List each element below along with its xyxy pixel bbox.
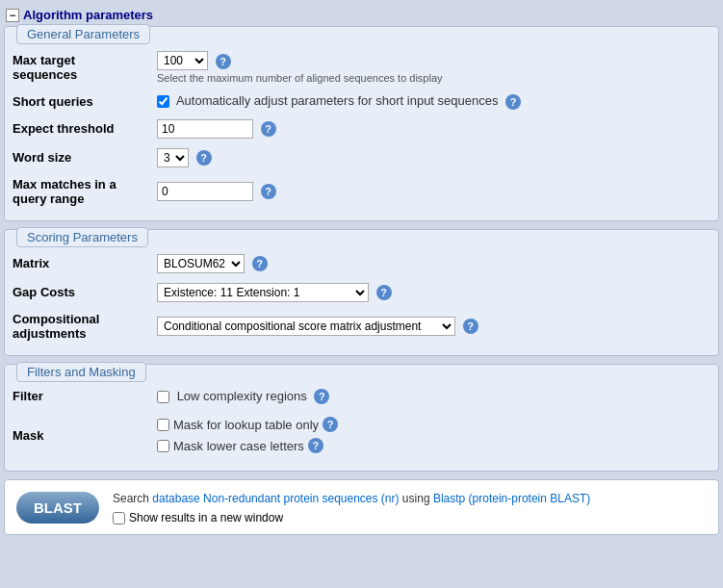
short-queries-checkbox[interactable] [157, 95, 169, 108]
blast-database-link[interactable]: database Non-redundant protein sequences… [152, 492, 399, 505]
mask-lowercase-text: Mask lower case letters [173, 439, 304, 453]
mask-lookup-row: Mask for lookup table only ? [157, 414, 710, 435]
word-size-select[interactable]: 2 3 5 6 [157, 148, 189, 167]
collapse-icon[interactable]: − [6, 9, 19, 22]
short-queries-label: Short queries [5, 89, 149, 115]
filter-checkbox-text: Low complexity regions [177, 389, 307, 403]
max-matches-help-icon[interactable]: ? [261, 184, 276, 199]
mask-row: Mask Mask for lookup table only ? Mask l… [5, 409, 718, 461]
show-results-label: Show results in a new window [129, 511, 283, 524]
general-parameters-section: General Parameters Max target sequences … [4, 26, 719, 221]
show-results-checkbox[interactable] [113, 512, 125, 524]
max-target-row: Max target sequences 10 50 100 250 500 1… [5, 46, 718, 89]
word-size-value: 2 3 5 6 ? [149, 143, 718, 172]
blast-bar: BLAST Search database Non-redundant prot… [4, 479, 719, 535]
short-queries-row: Short queries Automatically adjust param… [5, 89, 718, 115]
max-target-help-icon[interactable]: ? [216, 54, 231, 69]
comp-adj-help-icon[interactable]: ? [463, 319, 478, 334]
filters-params-table: Filter Low complexity regions ? Mask [5, 384, 718, 462]
mask-lookup-text: Mask for lookup table only [173, 418, 319, 432]
filters-masking-title: Filters and Masking [16, 362, 146, 382]
scoring-params-table: Matrix PAM30 PAM70 BLOSUM80 BLOSUM62 BLO… [5, 249, 718, 345]
short-queries-value: Automatically adjust parameters for shor… [149, 89, 718, 115]
filter-checkbox-label: Low complexity regions [157, 389, 310, 403]
filter-help-icon[interactable]: ? [314, 389, 329, 404]
comp-adj-select[interactable]: No adjustment Composition-based statisti… [157, 317, 455, 336]
mask-lowercase-checkbox[interactable] [157, 440, 169, 452]
gap-costs-select[interactable]: Existence: 11 Extension: 1 Existence: 10… [157, 283, 369, 302]
filter-checkbox[interactable] [157, 391, 169, 403]
comp-adj-label: Compositional adjustments [5, 307, 149, 345]
scoring-parameters-section: Scoring Parameters Matrix PAM30 PAM70 BL… [4, 229, 719, 356]
matrix-value: PAM30 PAM70 BLOSUM80 BLOSUM62 BLOSUM45 ? [149, 249, 718, 278]
matrix-row: Matrix PAM30 PAM70 BLOSUM80 BLOSUM62 BLO… [5, 249, 718, 278]
mask-label: Mask [5, 409, 149, 461]
expect-threshold-label: Expect threshold [5, 115, 149, 143]
mask-value: Mask for lookup table only ? Mask lower … [149, 409, 718, 461]
max-matches-input[interactable] [157, 182, 253, 201]
matrix-label: Matrix [5, 249, 149, 278]
matrix-help-icon[interactable]: ? [252, 256, 268, 271]
show-results-row: Show results in a new window [113, 511, 590, 524]
blast-desc-text: Search database Non-redundant protein se… [113, 490, 590, 507]
general-params-table: Max target sequences 10 50 100 250 500 1… [5, 46, 718, 211]
gap-costs-label: Gap Costs [5, 278, 149, 307]
comp-adj-row: Compositional adjustments No adjustment … [5, 307, 718, 345]
algo-header[interactable]: − Algorithm parameters [4, 4, 719, 26]
matrix-select[interactable]: PAM30 PAM70 BLOSUM80 BLOSUM62 BLOSUM45 [157, 254, 245, 273]
mask-lookup-help-icon[interactable]: ? [323, 417, 338, 432]
mask-lowercase-help-icon[interactable]: ? [308, 438, 323, 453]
word-size-label: Word size [5, 143, 149, 172]
word-size-help-icon[interactable]: ? [196, 150, 212, 166]
max-matches-value: ? [149, 172, 718, 211]
word-size-row: Word size 2 3 5 6 ? [5, 143, 718, 172]
gap-costs-value: Existence: 11 Extension: 1 Existence: 10… [149, 278, 718, 307]
max-target-help-text: Select the maximum number of aligned seq… [157, 72, 710, 84]
blast-description: Search database Non-redundant protein se… [113, 490, 590, 524]
max-matches-row: Max matches in a query range ? [5, 172, 718, 211]
blast-desc-prefix: Search [113, 492, 152, 505]
blast-button[interactable]: BLAST [16, 492, 99, 524]
scoring-parameters-title: Scoring Parameters [16, 227, 148, 247]
expect-threshold-help-icon[interactable]: ? [261, 121, 276, 137]
filters-masking-section: Filters and Masking Filter Low complexit… [4, 364, 719, 473]
mask-lookup-checkbox[interactable] [157, 419, 169, 431]
comp-adj-value: No adjustment Composition-based statisti… [149, 307, 718, 345]
algo-header-label: Algorithm parameters [23, 8, 153, 22]
gap-costs-help-icon[interactable]: ? [376, 285, 392, 300]
blast-method-link[interactable]: Blastp (protein-protein BLAST) [433, 492, 590, 505]
blast-desc-middle: using [400, 492, 433, 505]
filter-row: Filter Low complexity regions ? [5, 384, 718, 410]
expect-threshold-row: Expect threshold ? [5, 115, 718, 143]
filter-value: Low complexity regions ? [149, 384, 718, 410]
expect-threshold-value: ? [149, 115, 718, 143]
max-matches-label: Max matches in a query range [5, 172, 149, 211]
max-target-select[interactable]: 10 50 100 250 500 1000 [157, 51, 208, 70]
filter-label: Filter [5, 384, 149, 410]
short-queries-checkbox-label: Automatically adjust parameters for shor… [157, 93, 502, 108]
mask-lowercase-row: Mask lower case letters ? [157, 435, 710, 456]
expect-threshold-input[interactable] [157, 119, 253, 139]
gap-costs-row: Gap Costs Existence: 11 Extension: 1 Exi… [5, 278, 718, 307]
general-parameters-title: General Parameters [16, 24, 150, 44]
max-target-label: Max target sequences [5, 46, 149, 89]
short-queries-checkbox-text: Automatically adjust parameters for shor… [176, 93, 499, 108]
max-target-value: 10 50 100 250 500 1000 ? Select the maxi… [149, 46, 718, 89]
short-queries-help-icon[interactable]: ? [505, 94, 521, 110]
